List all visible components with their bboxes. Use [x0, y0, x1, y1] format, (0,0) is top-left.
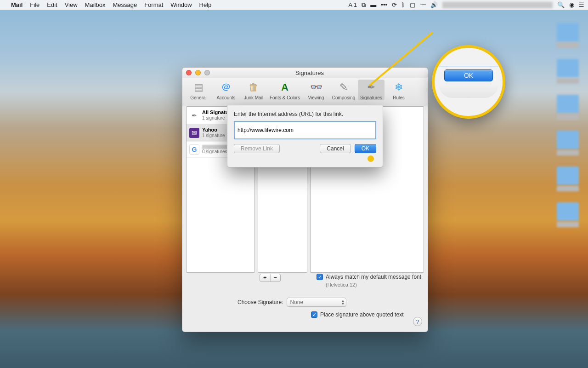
sheet-prompt: Enter the Internet address (URL) for thi… — [234, 111, 376, 117]
tab-accounts[interactable]: ＠ Accounts — [213, 80, 239, 100]
tab-viewing[interactable]: 👓 Viewing — [303, 80, 329, 100]
dropbox-icon[interactable]: ⧉ — [362, 1, 366, 9]
menu-window[interactable]: Window — [170, 1, 192, 8]
account-sub: 0 signatures — [202, 149, 230, 155]
adobe-icon[interactable]: A 1 — [349, 1, 357, 8]
close-button[interactable] — [186, 70, 192, 75]
place-above-label: Place signature above quoted text — [320, 311, 403, 318]
airplay-icon[interactable]: ▢ — [410, 1, 415, 8]
choose-signature-row: Choose Signature: None ▴▾ — [237, 298, 346, 307]
choose-label: Choose Signature: — [237, 299, 283, 305]
remove-link-button[interactable]: Remove Link — [234, 144, 280, 153]
always-match-label: Always match my default message font — [326, 274, 421, 280]
account-sub: 1 signature — [202, 133, 225, 138]
menu-mailbox[interactable]: Mailbox — [85, 1, 106, 8]
bluetooth-icon[interactable]: ᛒ — [401, 1, 405, 8]
menu-format[interactable]: Format — [144, 1, 163, 8]
tab-label: General — [185, 95, 212, 100]
always-match-sub: (Helvetica 12) — [326, 282, 357, 288]
choose-signature-popup[interactable]: None ▴▾ — [287, 298, 346, 307]
help-button[interactable]: ? — [413, 317, 422, 326]
composing-icon: ✎ — [330, 80, 357, 94]
tab-label: Rules — [385, 95, 412, 100]
callout-bottom — [439, 84, 498, 98]
prefs-toolbar: ▤ General ＠ Accounts 🗑 Junk Mail A Fonts… — [182, 78, 428, 105]
fonts-icon: A — [268, 80, 302, 94]
menu-message[interactable]: Message — [113, 1, 137, 8]
titlebar[interactable]: Signatures — [182, 68, 428, 78]
always-match-row: ✓ Always match my default message font — [317, 274, 421, 280]
tab-composing[interactable]: ✎ Composing — [330, 80, 357, 100]
viewing-icon: 👓 — [303, 80, 329, 94]
menu-help[interactable]: Help — [199, 1, 212, 8]
status-icons: A 1 ⧉ ▬ ••• ⟳ ᛒ ▢ 〰 🔊 🔍 ◉ ☰ — [349, 1, 584, 9]
notification-center-icon[interactable]: ☰ — [579, 1, 584, 8]
more-icon[interactable]: ••• — [381, 1, 387, 8]
wifi-icon[interactable]: 〰 — [420, 1, 426, 8]
callout-circle: OK — [432, 45, 505, 119]
callout-topbar — [439, 66, 498, 67]
callout-dot — [368, 155, 374, 162]
display-icon[interactable]: ▬ — [370, 1, 376, 8]
tab-label: Fonts & Colors — [268, 95, 302, 100]
rules-icon: ❄ — [385, 80, 412, 94]
remove-signature-button[interactable]: − — [271, 274, 281, 282]
menubar: Mail File Edit View Mailbox Message Form… — [0, 0, 588, 10]
tab-fonts[interactable]: A Fonts & Colors — [268, 80, 302, 100]
ok-button[interactable]: OK — [355, 144, 376, 153]
url-input[interactable] — [234, 121, 376, 139]
desktop: Mail File Edit View Mailbox Message Form… — [0, 0, 588, 368]
tab-general[interactable]: ▤ General — [185, 80, 212, 100]
siri-icon[interactable]: ◉ — [569, 1, 574, 8]
place-above-row: ✓ Place signature above quoted text — [311, 311, 403, 318]
tab-junk[interactable]: 🗑 Junk Mail — [240, 80, 267, 100]
cancel-button[interactable]: Cancel — [320, 144, 351, 153]
yahoo-icon: ✉ — [189, 128, 199, 138]
spotlight-icon[interactable]: 🔍 — [557, 1, 565, 8]
desktop-icons-blurred — [557, 23, 579, 227]
account-title: Yahoo — [202, 127, 225, 133]
general-icon: ▤ — [185, 80, 212, 94]
account-title-blurred — [202, 145, 230, 149]
place-above-checkbox[interactable]: ✓ — [311, 311, 317, 318]
tab-label: Composing — [330, 95, 357, 100]
junk-icon: 🗑 — [240, 80, 267, 94]
chevron-updown-icon: ▴▾ — [342, 299, 344, 305]
add-remove-signature: + − — [260, 274, 281, 282]
tab-label: Accounts — [213, 95, 239, 100]
tab-rules[interactable]: ❄ Rules — [385, 80, 412, 100]
choose-value: None — [290, 299, 303, 305]
url-sheet-dialog: Enter the Internet address (URL) for thi… — [227, 105, 383, 167]
tab-label: Signatures — [358, 95, 384, 100]
menu-edit[interactable]: Edit — [47, 1, 57, 8]
google-icon: G — [189, 144, 199, 155]
ok-button-zoomed: OK — [444, 69, 493, 81]
clock-blurred — [442, 2, 553, 8]
window-title: Signatures — [195, 69, 424, 76]
menu-file[interactable]: File — [30, 1, 40, 8]
timemachine-icon[interactable]: ⟳ — [392, 1, 397, 8]
tab-label: Viewing — [303, 95, 329, 100]
tab-label: Junk Mail — [240, 95, 267, 100]
always-match-checkbox[interactable]: ✓ — [317, 274, 323, 280]
menu-view[interactable]: View — [65, 1, 78, 8]
accounts-icon: ＠ — [213, 80, 239, 94]
signature-icon: ✒ — [189, 110, 199, 121]
add-signature-button[interactable]: + — [260, 274, 271, 282]
volume-icon[interactable]: 🔊 — [430, 1, 438, 8]
app-name-menu[interactable]: Mail — [11, 1, 23, 8]
